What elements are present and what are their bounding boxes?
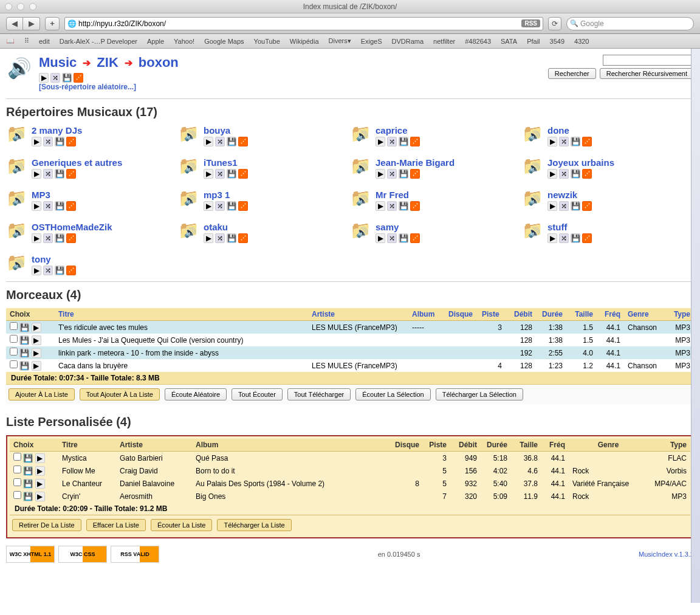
url-bar[interactable]: 🌐 http://npyu.r3z0/ZIK/boxon/ RSS xyxy=(64,17,543,30)
shuffle-icon[interactable]: ⤮ xyxy=(215,233,225,243)
folder-icon[interactable] xyxy=(6,222,28,242)
shuffle-button[interactable]: Écoute Aléatoire xyxy=(165,388,227,400)
play-icon[interactable]: ▶ xyxy=(32,335,41,345)
play-icon[interactable]: ▶ xyxy=(376,201,385,211)
rss-icon[interactable]: ⋰ xyxy=(582,233,592,243)
directory-link[interactable]: 2 many DJs xyxy=(32,125,82,136)
bookmark-item[interactable]: Dark-AleX -…P Developer xyxy=(60,38,137,45)
folder-icon[interactable] xyxy=(178,190,200,210)
directory-link[interactable]: bouya xyxy=(204,125,248,136)
bookmark-item[interactable]: Pfail xyxy=(527,38,540,45)
folder-icon[interactable] xyxy=(178,222,200,242)
save-icon[interactable]: 💾 xyxy=(62,73,72,83)
directory-link[interactable]: stuff xyxy=(547,222,592,232)
save-icon[interactable]: 💾 xyxy=(55,233,64,243)
rss-icon[interactable]: ⋰ xyxy=(582,169,592,179)
bookmark-item[interactable]: Yahoo! xyxy=(174,38,194,45)
shuffle-icon[interactable]: ⤮ xyxy=(559,233,569,243)
col-piste[interactable]: Piste xyxy=(478,308,506,321)
play-icon[interactable]: ▶ xyxy=(204,169,213,179)
shuffle-icon[interactable]: ⤮ xyxy=(43,137,53,146)
play-icon[interactable]: ▶ xyxy=(376,137,385,146)
rss-icon[interactable]: ⋰ xyxy=(66,137,76,146)
directory-link[interactable]: done xyxy=(547,125,592,136)
col-artiste[interactable]: Artiste xyxy=(308,308,408,321)
save-icon[interactable]: 💾 xyxy=(571,233,580,243)
play-icon[interactable]: ▶ xyxy=(32,137,41,146)
save-icon[interactable]: 💾 xyxy=(227,137,236,146)
col-type[interactable]: Type xyxy=(667,308,694,321)
rss-icon[interactable]: ⋰ xyxy=(582,137,592,146)
directory-link[interactable]: Joyeux urbains xyxy=(547,157,614,168)
reload-button[interactable]: ⟳ xyxy=(548,17,561,30)
folder-icon[interactable] xyxy=(522,157,544,178)
play-icon[interactable]: ▶ xyxy=(32,233,41,243)
save-icon[interactable]: 💾 xyxy=(227,233,236,243)
directory-link[interactable]: otaku xyxy=(204,222,248,232)
shuffle-icon[interactable]: ⤮ xyxy=(387,201,397,211)
shuffle-icon[interactable]: ⤮ xyxy=(43,233,53,243)
save-icon[interactable]: 💾 xyxy=(19,361,29,371)
save-icon[interactable]: 💾 xyxy=(19,335,29,345)
folder-icon[interactable] xyxy=(350,157,372,178)
row-checkbox[interactable] xyxy=(10,335,18,343)
random-subdir-link[interactable]: [Sous-répertoire aléatoire...] xyxy=(39,83,179,91)
save-icon[interactable]: 💾 xyxy=(23,453,33,463)
play-selection-button[interactable]: Écouter La Sélection xyxy=(355,388,431,400)
shuffle-icon[interactable]: ⤮ xyxy=(387,233,397,243)
search-recursive-button[interactable]: Rechercher Récursivement xyxy=(600,68,694,79)
play-icon[interactable]: ▶ xyxy=(32,169,41,179)
bookmark-item[interactable]: #482643 xyxy=(465,38,491,45)
dotgrid-icon[interactable]: ⠿ xyxy=(24,37,29,45)
musicindex-link[interactable]: MusicIndex v.1.3.2 xyxy=(639,551,694,558)
xhtml-badge-icon[interactable]: W3C XHTML 1.1 xyxy=(6,546,55,563)
rss-icon[interactable]: ⋰ xyxy=(582,201,592,211)
play-icon[interactable]: ▶ xyxy=(204,201,213,211)
search-button[interactable]: Rechercher xyxy=(548,68,596,79)
play-icon[interactable]: ▶ xyxy=(32,323,41,332)
bookmark-item[interactable]: Google Maps xyxy=(204,38,244,45)
bookmark-item[interactable]: SATA xyxy=(501,38,517,45)
rss-icon[interactable]: ⋰ xyxy=(410,169,420,179)
directory-link[interactable]: Jean-Marie Bigard xyxy=(376,157,455,168)
save-icon[interactable]: 💾 xyxy=(227,201,236,211)
rss-icon[interactable]: ⋰ xyxy=(66,169,76,179)
search-input[interactable] xyxy=(603,55,694,66)
download-all-button[interactable]: Tout Télécharger xyxy=(287,388,351,400)
shuffle-icon[interactable]: ⤮ xyxy=(215,169,225,179)
rss-valid-badge-icon[interactable]: RSS VALID xyxy=(111,546,159,563)
save-icon[interactable]: 💾 xyxy=(19,348,29,358)
shuffle-icon[interactable]: ⤮ xyxy=(50,73,60,83)
shuffle-icon[interactable]: ⤮ xyxy=(215,137,225,146)
folder-icon[interactable] xyxy=(522,125,544,146)
save-icon[interactable]: 💾 xyxy=(55,266,64,275)
folder-icon[interactable] xyxy=(522,222,544,242)
folder-icon[interactable] xyxy=(350,222,372,242)
rss-icon[interactable]: ⋰ xyxy=(410,233,420,243)
browser-search[interactable]: Google xyxy=(566,17,694,30)
play-all-button[interactable]: Tout Écouter xyxy=(232,388,283,400)
download-selection-button[interactable]: Télécharger La Sélection xyxy=(436,388,523,400)
rss-icon[interactable]: ⋰ xyxy=(66,233,76,243)
col-debit[interactable]: Débit xyxy=(506,308,536,321)
shuffle-icon[interactable]: ⤮ xyxy=(43,266,53,275)
rss-icon[interactable]: ⋰ xyxy=(74,73,83,83)
bookmark-item[interactable]: ExigeS xyxy=(361,38,382,45)
play-icon[interactable]: ▶ xyxy=(547,169,557,179)
row-checkbox[interactable] xyxy=(10,322,18,330)
row-checkbox[interactable] xyxy=(13,466,21,473)
save-icon[interactable]: 💾 xyxy=(55,169,64,179)
breadcrumb-zik[interactable]: ZIK xyxy=(97,55,118,70)
folder-icon[interactable] xyxy=(522,190,544,210)
col-genre[interactable]: Genre xyxy=(624,308,667,321)
scrollbar[interactable] xyxy=(691,49,700,603)
bookmarks-icon[interactable]: 📖 xyxy=(6,37,15,45)
bookmark-item[interactable]: 3549 xyxy=(550,38,564,45)
play-icon[interactable]: ▶ xyxy=(32,361,41,371)
directory-link[interactable]: iTunes1 xyxy=(204,157,248,168)
shuffle-icon[interactable]: ⤮ xyxy=(559,169,569,179)
directory-link[interactable]: OSTHomeMadeZik xyxy=(32,222,112,232)
shuffle-icon[interactable]: ⤮ xyxy=(43,201,53,211)
rss-badge[interactable]: RSS xyxy=(521,19,540,27)
directory-link[interactable]: newzik xyxy=(547,190,592,200)
